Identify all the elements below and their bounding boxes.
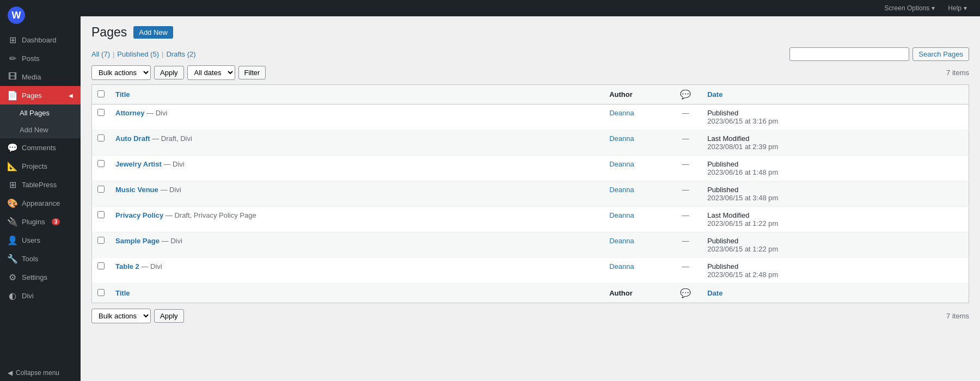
topbar: Screen Options ▾ Help ▾ — [81, 0, 980, 16]
row-title-link[interactable]: Auto Draft — [115, 134, 150, 143]
sidebar-item-plugins[interactable]: 🔌 Plugins 3 — [0, 212, 81, 231]
row-date-value: 2023/06/15 at 3:16 pm — [707, 117, 778, 125]
tfoot-author: Author — [604, 284, 669, 303]
sidebar-item-users[interactable]: 👤 Users — [0, 231, 81, 249]
row-checkbox[interactable] — [97, 186, 105, 193]
sidebar-item-tools[interactable]: 🔧 Tools — [0, 249, 81, 268]
row-comment-count: — — [682, 109, 689, 117]
table-header-row: Title Author 💬 Date — [92, 85, 969, 105]
sidebar-item-projects[interactable]: 📐 Projects — [0, 157, 81, 175]
help-chevron-icon: ▾ — [964, 4, 967, 12]
table-row: Sample Page — Divi Deanna — Published 20… — [92, 232, 969, 258]
pages-table: Title Author 💬 Date — [91, 84, 969, 303]
sidebar-item-label: Media — [22, 73, 41, 81]
row-author-link[interactable]: Deanna — [609, 134, 634, 143]
th-title[interactable]: Title — [110, 85, 604, 105]
sidebar-item-appearance[interactable]: 🎨 Appearance — [0, 194, 81, 212]
row-author-cell: Deanna — [604, 258, 669, 284]
row-author-link[interactable]: Deanna — [609, 211, 634, 219]
th-author: Author — [604, 85, 669, 105]
row-title-link[interactable]: Sample Page — [115, 237, 160, 245]
row-title-cell: Auto Draft — Draft, Divi — [110, 130, 604, 156]
sidebar-item-media[interactable]: 🎞 Media — [0, 67, 81, 86]
help-button[interactable]: Help ▾ — [944, 3, 971, 13]
filter-published[interactable]: Published (5) — [117, 50, 159, 58]
row-checkbox[interactable] — [97, 211, 105, 218]
row-checkbox[interactable] — [97, 160, 105, 167]
row-title-cell: Table 2 — Divi — [110, 258, 604, 284]
select-all-footer-checkbox[interactable] — [97, 289, 105, 296]
row-author-link[interactable]: Deanna — [609, 109, 634, 117]
th-date[interactable]: Date — [702, 85, 969, 105]
row-subtitle: — Divi — [163, 160, 184, 168]
table-row: Table 2 — Divi Deanna — Published 2023/0… — [92, 258, 969, 284]
row-subtitle: — Draft, Privacy Policy Page — [166, 211, 256, 219]
search-input[interactable] — [789, 47, 909, 61]
sidebar-item-all-pages[interactable]: All Pages — [0, 105, 81, 121]
bottom-apply-button[interactable]: Apply — [154, 309, 184, 323]
row-author-link[interactable]: Deanna — [609, 237, 634, 245]
bottom-bulk-actions-select[interactable]: Bulk actions — [91, 309, 151, 323]
row-author-link[interactable]: Deanna — [609, 262, 634, 271]
apply-button[interactable]: Apply — [154, 66, 184, 79]
sidebar-item-tablepress[interactable]: ⊞ TablePress — [0, 175, 81, 194]
add-new-button[interactable]: Add New — [133, 26, 173, 39]
plugins-icon: 🔌 — [8, 217, 17, 226]
appearance-icon: 🎨 — [8, 198, 17, 208]
bulk-actions-select[interactable]: Bulk actions — [91, 65, 151, 80]
sidebar-item-pages[interactable]: 📄 Pages ◀ — [0, 86, 81, 105]
sidebar-item-divi[interactable]: ◐ Divi — [0, 286, 81, 305]
collapse-menu-button[interactable]: ◀ Collapse menu — [0, 365, 81, 381]
sidebar-item-posts[interactable]: ✏ Posts — [0, 49, 81, 67]
pages-submenu: All Pages Add New — [0, 105, 81, 138]
sidebar-item-comments[interactable]: 💬 Comments — [0, 138, 81, 157]
top-actions-bar: Bulk actions Apply All dates Filter 7 it… — [91, 65, 969, 80]
screen-options-button[interactable]: Screen Options ▾ — [880, 3, 940, 13]
row-checkbox[interactable] — [97, 237, 105, 244]
row-title-cell: Privacy Policy — Draft, Privacy Policy P… — [110, 207, 604, 232]
filter-drafts[interactable]: Drafts (2) — [166, 50, 195, 58]
row-subtitle: — Divi — [160, 186, 181, 194]
row-subtitle: — Divi — [146, 109, 167, 117]
row-checkbox[interactable] — [97, 262, 105, 269]
sidebar: W ⊞ Dashboard ✏ Posts 🎞 Media 📄 Pages ◀ … — [0, 0, 81, 381]
row-comment-count: — — [682, 262, 689, 271]
row-title-link[interactable]: Attorney — [115, 109, 144, 117]
comment-column-icon: 💬 — [680, 90, 691, 99]
date-filter-select[interactable]: All dates — [187, 65, 235, 80]
row-author-link[interactable]: Deanna — [609, 160, 634, 168]
search-pages-button[interactable]: Search Pages — [912, 47, 969, 61]
row-subtitle: — Divi — [162, 237, 182, 245]
sidebar-item-label: Tools — [22, 255, 38, 263]
filter-button[interactable]: Filter — [238, 66, 266, 79]
select-all-checkbox[interactable] — [97, 90, 105, 97]
row-author-link[interactable]: Deanna — [609, 186, 634, 194]
all-pages-label: All Pages — [20, 109, 50, 117]
filter-all[interactable]: All (7) — [91, 50, 110, 58]
row-date-cell: Published 2023/06/15 at 1:22 pm — [702, 232, 969, 258]
row-comment-cell: — — [669, 130, 702, 156]
row-checkbox[interactable] — [97, 134, 105, 142]
row-date-value: 2023/06/15 at 1:22 pm — [707, 219, 778, 228]
sidebar-item-settings[interactable]: ⚙ Settings — [0, 268, 81, 286]
table-row: Privacy Policy — Draft, Privacy Policy P… — [92, 207, 969, 232]
row-comment-count: — — [682, 186, 689, 194]
tfoot-title[interactable]: Title — [110, 284, 604, 303]
sidebar-item-label: Appearance — [22, 199, 60, 207]
main-area: Screen Options ▾ Help ▾ Pages Add New Al… — [81, 0, 980, 381]
row-author-cell: Deanna — [604, 130, 669, 156]
row-title-link[interactable]: Privacy Policy — [115, 211, 163, 219]
row-title-cell: Sample Page — Divi — [110, 232, 604, 258]
row-checkbox[interactable] — [97, 109, 105, 116]
row-title-link[interactable]: Table 2 — [115, 262, 139, 271]
row-date-status: Published — [707, 160, 738, 168]
tfoot-date[interactable]: Date — [702, 284, 969, 303]
row-title-link[interactable]: Jewelry Artist — [115, 160, 162, 168]
tfoot-comment-icon: 💬 — [680, 288, 691, 298]
row-title-link[interactable]: Music Venue — [115, 186, 158, 194]
sidebar-item-add-new[interactable]: Add New — [0, 121, 81, 138]
sidebar-item-label: TablePress — [22, 181, 57, 189]
sidebar-item-dashboard[interactable]: ⊞ Dashboard — [0, 30, 81, 49]
row-checkbox-cell — [92, 156, 111, 181]
page-header: Pages Add New — [91, 25, 969, 40]
